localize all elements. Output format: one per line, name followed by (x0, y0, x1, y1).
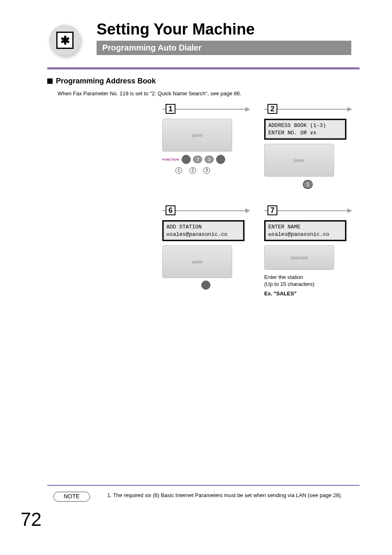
title-block: Setting Your Machine Programming Auto Di… (97, 21, 392, 55)
asterisk-box-icon: ✱ (56, 32, 74, 49)
step-caption-1: Enter the station (264, 274, 351, 280)
function-key-row: FUNCTION 7 2 (162, 155, 249, 164)
function-label: FUNCTION (162, 158, 179, 161)
lcd-line-2: ✉sales@panasonic.co (166, 231, 240, 238)
nav-button-icon (201, 281, 210, 290)
step-1: 1 panel FUNCTION 7 2 1 2 3 (162, 104, 249, 189)
note-body: The required six (6) Basic Internet Para… (113, 492, 342, 498)
step-caption-2: (Up to 15 characters) (264, 281, 351, 287)
step-number: 1 (166, 104, 175, 114)
note-badge: NOTE (53, 492, 90, 502)
keypad-1-icon: 1 (303, 180, 313, 189)
control-panel-illustration: panel (162, 245, 232, 278)
page-title: Setting Your Machine (97, 21, 392, 38)
circled-1-icon: 1 (175, 167, 182, 174)
keyboard-illustration: keyboard (264, 245, 334, 270)
square-bullet-icon (47, 78, 53, 84)
lcd-display: ADDRESS BOOK (1-3) ENTER NO. OR ∨∧ (264, 119, 346, 140)
lcd-display: ADD STATION ✉sales@panasonic.co (162, 220, 244, 241)
page-number: 72 (21, 508, 42, 530)
page-header: ✱ Setting Your Machine Programming Auto … (0, 0, 392, 55)
note-list-number: 1. (107, 492, 112, 498)
note-section: NOTE 1. The required six (6) Basic Inter… (0, 485, 392, 502)
page-subtitle: Programming Auto Dialer (97, 41, 351, 55)
circled-nums: 1 2 3 (175, 167, 249, 174)
step-row: 6 ADD STATION ✉sales@panasonic.co panel … (162, 205, 360, 297)
step-header: 1 (162, 104, 249, 115)
note-area: NOTE 1. The required six (6) Basic Inter… (53, 492, 357, 502)
steps-area: 1 panel FUNCTION 7 2 1 2 3 2 (162, 104, 360, 297)
lcd-line-1: ADDRESS BOOK (1-3) (268, 122, 342, 129)
keypad-7-icon: 7 (193, 156, 202, 163)
note-text: 1. The required six (6) Basic Internet P… (107, 492, 357, 502)
lcd-line-2: ✉sales@panasonic.co (268, 231, 342, 238)
step-number: 7 (267, 205, 277, 215)
lcd-display: ENTER NAME ✉sales@panasonic.co (264, 220, 346, 241)
control-panel-illustration: panel (162, 119, 232, 152)
lcd-line-1: ADD STATION (166, 223, 240, 231)
step-header: 7 (264, 205, 351, 216)
section-heading-row: Programming Address Book (47, 77, 392, 85)
circled-3-icon: 3 (203, 167, 210, 174)
step-6: 6 ADD STATION ✉sales@panasonic.co panel (162, 205, 249, 297)
lcd-line-1: ENTER NAME (268, 223, 342, 231)
intro-text: When Fax Parameter No. 119 is set to "2:… (58, 90, 392, 97)
section-heading: Programming Address Book (56, 77, 156, 85)
step-number: 2 (267, 104, 277, 114)
nav-button-icon (216, 155, 225, 164)
circled-2-icon: 2 (189, 167, 196, 174)
step-example: Ex. "SALES" (264, 290, 351, 297)
section-icon-badge: ✱ (49, 25, 81, 56)
step-header: 2 (264, 104, 351, 115)
lcd-line-2: ENTER NO. OR ∨∧ (268, 129, 342, 137)
control-panel-illustration: panel (264, 144, 334, 177)
divider-thin (47, 485, 360, 486)
step-number: 6 (166, 205, 175, 215)
step-7: 7 ENTER NAME ✉sales@panasonic.co keyboar… (264, 205, 351, 297)
function-button-icon (182, 155, 191, 164)
step-header: 6 (162, 205, 249, 216)
divider (47, 67, 360, 69)
step-row: 1 panel FUNCTION 7 2 1 2 3 2 (162, 104, 360, 189)
keypad-2-icon: 2 (205, 156, 214, 163)
step-2: 2 ADDRESS BOOK (1-3) ENTER NO. OR ∨∧ pan… (264, 104, 351, 189)
